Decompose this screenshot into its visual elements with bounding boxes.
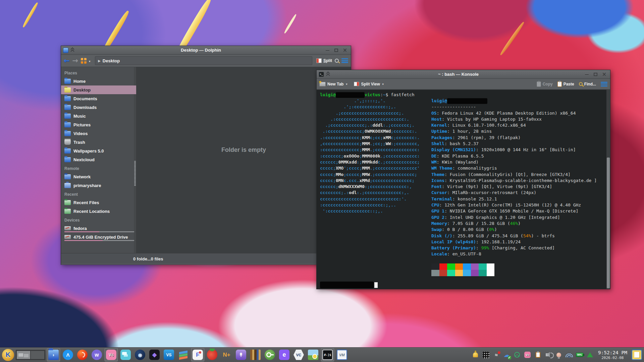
tray-nextcloud-icon[interactable]: ☁ (503, 351, 511, 359)
location-breadcrumb[interactable]: ▶ Desktop (95, 56, 312, 65)
sidebar-item-trash[interactable]: Trash (61, 138, 136, 146)
tray-wifi-icon[interactable] (566, 351, 573, 359)
sidebar-item-home[interactable]: Home (61, 77, 136, 85)
task-button-vesktop[interactable]: Vc (105, 348, 118, 361)
split-button[interactable]: Split (316, 58, 332, 63)
desktop-2[interactable] (31, 351, 44, 359)
desktop-1[interactable] (17, 351, 30, 359)
split-view-button[interactable]: Split View ▼ (354, 82, 384, 86)
task-button-dolphin[interactable] (47, 348, 60, 361)
task-button-chat[interactable] (119, 348, 132, 361)
sidebar-item-downloads[interactable]: Downloads (61, 103, 136, 112)
dolphin-menu-button[interactable] (341, 58, 348, 63)
sidebar-item-wallpapers-5-0[interactable]: Wallpapers 5.0 (61, 146, 136, 155)
task-button-edge[interactable]: e (278, 348, 291, 361)
task-button-vmware[interactable]: VM (335, 348, 348, 361)
tray-clipboard-icon[interactable] (534, 351, 542, 359)
sidebar-item-label: Wallpapers 5.0 (73, 148, 104, 154)
notes-widget[interactable] (632, 350, 642, 360)
empty-folder-label: Folder is empty (221, 146, 266, 154)
minimize-button[interactable] (324, 47, 331, 53)
copy-button[interactable]: Copy (537, 81, 553, 87)
forward-button[interactable]: → (72, 57, 78, 64)
paste-button[interactable]: Paste (557, 81, 574, 87)
info-line: Display (CMN1521): 644x362 @ 144 Hz in… (431, 147, 576, 152)
digital-clock[interactable]: 9:52:24 PM 2026-02-08 (598, 350, 627, 360)
stacks-icon (178, 350, 189, 360)
palette-swatch (463, 263, 471, 270)
sidebar-item-label: Videos (73, 131, 88, 136)
task-button-konsole[interactable]: #-]$ (321, 348, 334, 361)
task-button-vscode[interactable]: VS (162, 348, 175, 361)
tray-battery-icon[interactable]: 99% (576, 351, 583, 359)
notepadqq-icon: N+ (221, 350, 232, 360)
sidebar-item-primaryshare[interactable]: primaryshare (61, 181, 136, 190)
task-button-obsidian[interactable]: ◆ (148, 348, 161, 361)
disk-usage-bar (64, 240, 134, 241)
find-button[interactable]: Find... (579, 82, 596, 86)
new-tab-icon (319, 82, 326, 86)
close-button[interactable]: × (341, 47, 349, 53)
sidebar-item-desktop[interactable]: Desktop (61, 85, 136, 94)
task-button-steam[interactable]: ◉ (133, 348, 147, 361)
info-line: Swap: 0 B / 8.00 GiB (0%) (431, 227, 497, 232)
split-view-icon (354, 82, 359, 86)
sidebar-item-music[interactable]: Music (61, 112, 136, 120)
sidebar-item-label: Recent Files (73, 200, 99, 205)
close-button[interactable]: × (600, 71, 608, 77)
maximize-button[interactable] (592, 71, 599, 77)
color-palette (431, 263, 494, 276)
dolphin-titlebar[interactable]: Desktop — Dolphin × (61, 46, 351, 55)
sidebar-item-pictures[interactable]: Pictures (61, 120, 136, 129)
sidebar-item-documents[interactable]: Documents (61, 94, 136, 103)
task-button-flathub[interactable]: F (191, 348, 204, 361)
back-button[interactable]: ← (64, 57, 70, 64)
sidebar-item-recent-locations[interactable]: Recent Locations (61, 207, 136, 216)
tray-notifications-bell-icon[interactable] (472, 351, 479, 359)
trash-icon (64, 140, 71, 145)
tray-updates-icon[interactable] (586, 351, 594, 359)
new-tab-button[interactable]: New Tab ▼ (319, 82, 348, 86)
minimize-button[interactable] (583, 71, 591, 77)
keep-above-icon[interactable] (326, 72, 331, 77)
sidebar-item-fedora[interactable]: fedora (61, 224, 136, 233)
breadcrumb-item[interactable]: Desktop (103, 58, 120, 63)
sidebar-item-nextcloud[interactable]: Nextcloud (61, 155, 136, 164)
maximize-button[interactable] (332, 47, 340, 53)
sidebar-item-recent-files[interactable]: Recent Files (61, 198, 136, 207)
tray-activity-wave-icon[interactable]: ≈ (493, 351, 500, 359)
task-button-stacks[interactable] (177, 348, 190, 361)
konsole-menu-button[interactable] (601, 82, 607, 86)
task-button-gwenview[interactable] (307, 348, 320, 361)
task-button-keepass[interactable] (263, 348, 276, 361)
view-mode-button[interactable]: ▼ (81, 58, 91, 64)
task-button-floorp[interactable] (76, 348, 89, 361)
task-button-librewolf[interactable]: Λ (61, 348, 74, 361)
tray-app-grid-icon[interactable] (482, 351, 490, 359)
konsole-toolbar: New Tab ▼ Split View ▼ Copy Paste Find..… (317, 79, 610, 89)
terminal-scrollbar[interactable] (606, 90, 610, 289)
chevron-down-icon: ▼ (382, 83, 384, 86)
task-button-calibre[interactable] (249, 348, 262, 361)
task-button-veracrypt[interactable]: VC (292, 348, 305, 361)
task-button-strawberry[interactable] (206, 348, 219, 361)
virtual-desktop-pager[interactable] (16, 350, 45, 360)
task-button-wavebox[interactable]: w (90, 348, 103, 361)
tray-kdeconnect-device-icon[interactable] (555, 351, 562, 359)
tray-syncthing-icon[interactable] (514, 351, 521, 359)
search-button[interactable] (335, 59, 339, 63)
sidebar-item-label: Desktop (73, 87, 91, 93)
sidebar-item-475-4-gib-encrypted-drive[interactable]: 475.4 GiB Encrypted Drive (61, 233, 136, 241)
task-button-tower[interactable]: ↟ (234, 348, 248, 361)
window-title: Desktop — Dolphin (81, 48, 321, 53)
tray-volume-icon[interactable] (545, 351, 552, 359)
task-button-notepadqq[interactable]: N+ (220, 348, 233, 361)
konsole-window: >_ ~ : bash — Konsole × New Tab ▼ Split … (316, 70, 610, 289)
app-launcher-button[interactable]: K (2, 349, 14, 361)
konsole-titlebar[interactable]: >_ ~ : bash — Konsole × (317, 70, 610, 79)
tray-vencord-icon[interactable]: Vc (524, 351, 531, 359)
terminal[interactable]: luigi@victus:~$ fastfetch .',;::::;,'. .… (317, 89, 610, 289)
keep-above-icon[interactable] (70, 48, 75, 53)
sidebar-item-network[interactable]: Network (61, 172, 136, 181)
sidebar-item-videos[interactable]: Videos (61, 129, 136, 138)
